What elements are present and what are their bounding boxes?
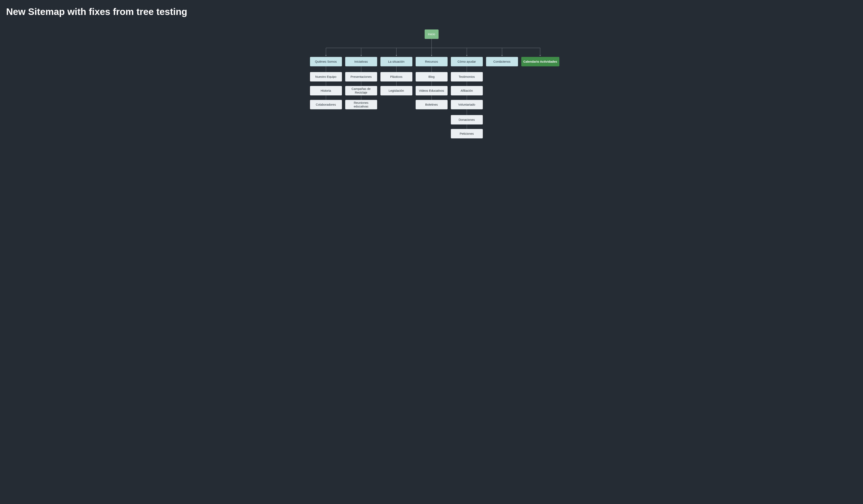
node-section-iniciativas[interactable]: Iniciativas xyxy=(345,57,377,66)
node-label: Campañas de Reciclaje xyxy=(347,87,375,94)
node-child[interactable]: Campañas de Reciclaje xyxy=(345,86,377,96)
node-child[interactable]: Donaciones xyxy=(451,115,483,125)
node-child[interactable]: Afiliación xyxy=(451,86,483,96)
node-label: Reuniones educativas xyxy=(347,101,375,108)
node-child[interactable]: Videos Educativos xyxy=(416,86,448,96)
node-label: La situación xyxy=(388,60,404,63)
node-label: Iniciativas xyxy=(354,60,368,63)
node-child[interactable]: Blog xyxy=(416,72,448,81)
node-section-recursos[interactable]: Recursos xyxy=(416,57,448,66)
node-label: Plásticos xyxy=(390,75,402,79)
node-label: Testimonios xyxy=(459,75,475,79)
node-child[interactable]: Reuniones educativas xyxy=(345,100,377,109)
node-label: Quiénes Somos xyxy=(315,60,337,63)
node-label: Videos Educativos xyxy=(419,89,444,92)
node-label: Nuestro Equipo xyxy=(315,75,336,79)
node-child[interactable]: Peticiones xyxy=(451,129,483,138)
page-title: New Sitemap with fixes from tree testing xyxy=(6,6,857,17)
node-label: Colaboradores xyxy=(316,103,336,106)
sitemap-diagram: Inicio Quiénes Somos Nuestro Equipo Hist… xyxy=(284,29,579,177)
node-label: Recursos xyxy=(425,60,438,63)
node-label: Presentaciones xyxy=(351,75,372,79)
node-child[interactable]: Plásticos xyxy=(380,72,412,81)
node-section-como-ayudar[interactable]: Cómo ayudar xyxy=(451,57,483,66)
node-label: Historia xyxy=(321,89,331,92)
node-root[interactable]: Inicio xyxy=(425,29,439,39)
node-label: Voluntariado xyxy=(458,103,475,106)
node-label: Legislación xyxy=(389,89,404,92)
node-root-label: Inicio xyxy=(428,32,435,36)
node-child[interactable]: Boletines xyxy=(416,100,448,109)
node-child[interactable]: Historia xyxy=(310,86,342,96)
node-child[interactable]: Colaboradores xyxy=(310,100,342,109)
node-label: Cómo ayudar xyxy=(458,60,476,63)
node-label: Boletines xyxy=(425,103,438,106)
node-section-la-situacion[interactable]: La situación xyxy=(380,57,412,66)
node-label: Afiliación xyxy=(461,89,473,92)
node-label: Donaciones xyxy=(459,118,475,122)
node-label: Contáctenos xyxy=(493,60,510,63)
node-child[interactable]: Legislación xyxy=(380,86,412,96)
node-child[interactable]: Voluntariado xyxy=(451,100,483,109)
node-section-contactenos[interactable]: Contáctenos xyxy=(486,57,518,66)
node-label: Calendario Actividades xyxy=(523,60,557,63)
node-section-calendario-actividades[interactable]: Calendario Actividades xyxy=(521,57,559,66)
node-section-quienes-somos[interactable]: Quiénes Somos xyxy=(310,57,342,66)
node-label: Peticiones xyxy=(460,132,474,136)
node-label: Blog xyxy=(428,75,435,79)
node-child[interactable]: Nuestro Equipo xyxy=(310,72,342,81)
node-child[interactable]: Testimonios xyxy=(451,72,483,81)
node-child[interactable]: Presentaciones xyxy=(345,72,377,81)
